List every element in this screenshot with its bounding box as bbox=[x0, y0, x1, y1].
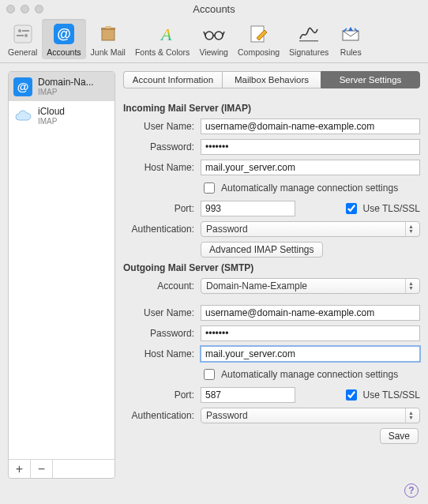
svg-point-10 bbox=[205, 32, 213, 39]
label-incoming-password: Password: bbox=[123, 141, 201, 152]
toolbar-label: Composing bbox=[238, 47, 280, 57]
titlebar: Accounts bbox=[0, 0, 428, 17]
outgoing-hostname-field[interactable] bbox=[201, 346, 420, 362]
tab-mailbox-behaviors[interactable]: Mailbox Behaviors bbox=[222, 71, 321, 88]
sidebar-account-icloud[interactable]: iCloud IMAP bbox=[9, 101, 115, 130]
toolbar-general[interactable]: General bbox=[3, 19, 42, 59]
account-name: iCloud bbox=[38, 106, 65, 117]
advanced-imap-settings-button[interactable]: Advanced IMAP Settings bbox=[201, 242, 323, 258]
svg-rect-0 bbox=[14, 25, 32, 43]
fonts-colors-icon: A bbox=[151, 22, 175, 46]
checkbox-label: Automatically manage connection settings bbox=[221, 369, 398, 380]
tab-server-settings[interactable]: Server Settings bbox=[321, 71, 420, 88]
label-outgoing-account: Account: bbox=[123, 280, 201, 291]
toolbar-fonts-colors[interactable]: A Fonts & Colors bbox=[130, 19, 194, 59]
incoming-auth-select[interactable]: Password ▲▼ bbox=[201, 221, 420, 237]
svg-point-11 bbox=[215, 32, 223, 39]
incoming-tls-checkbox[interactable]: Use TLS/SSL bbox=[343, 201, 420, 216]
updown-arrows-icon: ▲▼ bbox=[405, 222, 416, 236]
remove-account-button[interactable]: − bbox=[31, 460, 53, 478]
toolbar-junk-mail[interactable]: Junk Mail bbox=[86, 19, 130, 59]
minimize-window-button[interactable] bbox=[21, 5, 29, 13]
tab-bar: Account Information Mailbox Behaviors Se… bbox=[123, 71, 420, 88]
zoom-window-button[interactable] bbox=[35, 5, 43, 13]
label-outgoing-username: User Name: bbox=[123, 307, 201, 318]
select-value: Password bbox=[206, 224, 248, 235]
toolbar-label: Viewing bbox=[199, 47, 228, 57]
junk-bin-icon bbox=[96, 22, 120, 46]
outgoing-username-field[interactable] bbox=[201, 305, 420, 321]
account-type: IMAP bbox=[38, 88, 94, 96]
tab-account-information[interactable]: Account Information bbox=[123, 71, 222, 88]
svg-rect-7 bbox=[102, 29, 115, 40]
toolbar-rules[interactable]: Rules bbox=[333, 19, 368, 59]
toolbar-label: Rules bbox=[340, 47, 362, 57]
incoming-password-field[interactable] bbox=[201, 139, 420, 155]
save-button[interactable]: Save bbox=[380, 428, 419, 444]
icloud-icon bbox=[13, 107, 32, 126]
toolbar-composing[interactable]: Composing bbox=[233, 19, 284, 59]
settings-panel: Account Information Mailbox Behaviors Se… bbox=[123, 71, 420, 479]
select-value: Password bbox=[206, 410, 248, 421]
outgoing-auto-manage-checkbox[interactable]: Automatically manage connection settings bbox=[201, 367, 398, 382]
outgoing-port-field[interactable] bbox=[201, 387, 295, 403]
account-type: IMAP bbox=[38, 117, 65, 126]
toolbar-viewing[interactable]: Viewing bbox=[194, 19, 233, 59]
label-outgoing-hostname: Host Name: bbox=[123, 348, 201, 359]
svg-text:A: A bbox=[160, 24, 172, 44]
outgoing-password-field[interactable] bbox=[201, 325, 420, 341]
svg-point-1 bbox=[18, 29, 21, 32]
label-incoming-auth: Authentication: bbox=[123, 224, 201, 235]
outgoing-account-select[interactable]: Domain-Name-Example ▲▼ bbox=[201, 278, 420, 294]
toolbar: General @ Accounts Junk Mail A Fonts & C… bbox=[0, 17, 428, 63]
toolbar-label: Junk Mail bbox=[91, 47, 126, 57]
toolbar-signatures[interactable]: Signatures bbox=[284, 19, 333, 59]
gear-switches-icon bbox=[11, 22, 35, 46]
outgoing-section-title: Outgoing Mail Server (SMTP) bbox=[123, 262, 420, 273]
label-incoming-username: User Name: bbox=[123, 121, 201, 132]
incoming-username-field[interactable] bbox=[201, 118, 420, 134]
toolbar-label: General bbox=[8, 47, 37, 57]
checkbox-icon[interactable] bbox=[346, 389, 357, 401]
label-incoming-port: Port: bbox=[123, 203, 201, 214]
account-list: @ Domain-Na... IMAP iCloud IMAP bbox=[9, 72, 115, 459]
svg-text:@: @ bbox=[57, 26, 71, 42]
svg-rect-2 bbox=[22, 30, 29, 32]
incoming-section-title: Incoming Mail Server (IMAP) bbox=[123, 103, 420, 114]
at-sign-icon: @ bbox=[13, 77, 32, 96]
checkbox-label: Automatically manage connection settings bbox=[221, 182, 398, 194]
incoming-port-field[interactable] bbox=[201, 201, 295, 216]
at-sign-icon: @ bbox=[52, 22, 76, 46]
toolbar-accounts[interactable]: @ Accounts bbox=[42, 19, 85, 59]
outgoing-auth-select[interactable]: Password ▲▼ bbox=[201, 408, 420, 423]
svg-rect-4 bbox=[17, 35, 24, 36]
toolbar-label: Fonts & Colors bbox=[135, 47, 190, 57]
window-title: Accounts bbox=[0, 3, 428, 15]
add-account-button[interactable]: + bbox=[9, 460, 31, 478]
svg-rect-13 bbox=[299, 40, 318, 42]
checkbox-label: Use TLS/SSL bbox=[363, 389, 420, 401]
select-value: Domain-Name-Example bbox=[206, 280, 307, 291]
updown-arrows-icon: ▲▼ bbox=[405, 408, 416, 423]
checkbox-icon[interactable] bbox=[204, 369, 215, 380]
glasses-icon bbox=[202, 22, 226, 46]
sidebar-buttons: + − bbox=[9, 459, 115, 478]
account-name: Domain-Na... bbox=[38, 77, 94, 88]
checkbox-label: Use TLS/SSL bbox=[363, 203, 420, 214]
sidebar-account-domain[interactable]: @ Domain-Na... IMAP bbox=[9, 72, 115, 101]
checkbox-icon[interactable] bbox=[204, 182, 215, 194]
incoming-auto-manage-checkbox[interactable]: Automatically manage connection settings bbox=[201, 180, 398, 196]
label-incoming-hostname: Host Name: bbox=[123, 162, 201, 173]
toolbar-label: Signatures bbox=[289, 47, 329, 57]
checkbox-icon[interactable] bbox=[346, 203, 357, 214]
window-controls bbox=[6, 5, 43, 13]
incoming-hostname-field[interactable] bbox=[201, 160, 420, 175]
signature-icon bbox=[297, 22, 321, 46]
rules-envelope-icon bbox=[339, 22, 362, 46]
help-button[interactable]: ? bbox=[404, 483, 419, 498]
close-window-button[interactable] bbox=[6, 5, 15, 13]
updown-arrows-icon: ▲▼ bbox=[405, 279, 416, 293]
compose-icon bbox=[247, 22, 271, 46]
label-outgoing-port: Port: bbox=[123, 389, 201, 401]
outgoing-tls-checkbox[interactable]: Use TLS/SSL bbox=[343, 387, 420, 403]
